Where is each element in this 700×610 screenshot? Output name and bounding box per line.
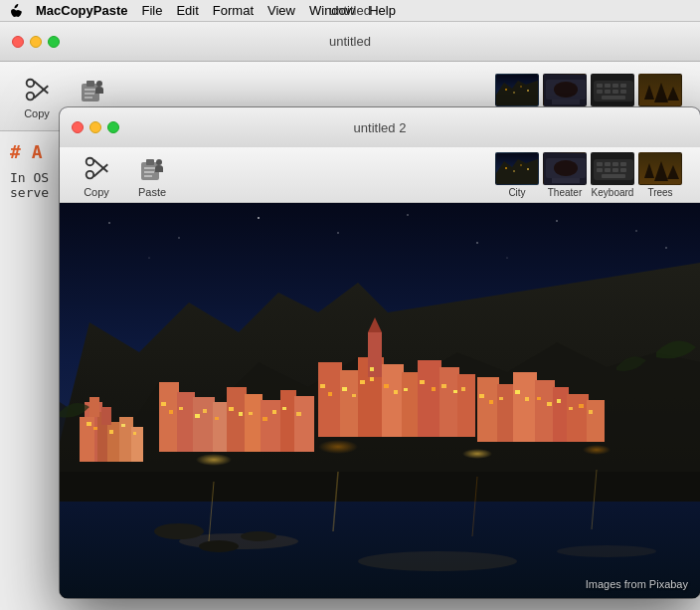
zoom-button-w2[interactable]: [107, 121, 119, 133]
svg-rect-135: [249, 412, 253, 415]
thumb-trees-w2[interactable]: Trees: [638, 152, 682, 198]
window2-titlebar: untitled 2: [60, 107, 700, 147]
apple-menu[interactable]: [8, 4, 22, 18]
app-name-menu[interactable]: MacCopyPaste: [36, 3, 127, 18]
svg-rect-96: [159, 382, 179, 452]
minimize-button-w1[interactable]: [30, 36, 42, 48]
copy-button-w2[interactable]: Copy: [70, 148, 123, 202]
svg-rect-40: [146, 159, 154, 165]
svg-rect-24: [612, 84, 618, 88]
help-menu[interactable]: Help: [369, 3, 396, 18]
svg-point-35: [87, 157, 94, 165]
svg-rect-163: [569, 407, 573, 410]
svg-point-72: [178, 237, 179, 238]
thumb-label-keyboard-w2: Keyboard: [592, 187, 634, 198]
thumb-theater-w2[interactable]: Theater: [543, 152, 587, 198]
svg-point-173: [241, 531, 276, 541]
svg-rect-121: [587, 400, 605, 442]
svg-rect-60: [620, 162, 626, 166]
svg-rect-129: [179, 407, 183, 410]
svg-rect-120: [567, 394, 589, 442]
scissors-icon-w2: [81, 152, 112, 184]
copy-button-w1[interactable]: Copy: [10, 70, 64, 123]
svg-rect-100: [227, 387, 247, 452]
svg-rect-62: [605, 168, 611, 172]
svg-rect-22: [597, 84, 603, 88]
paste-icon-w1: [77, 74, 108, 105]
svg-rect-94: [89, 397, 99, 417]
close-button-w1[interactable]: [12, 36, 24, 48]
svg-point-168: [462, 449, 492, 459]
view-menu[interactable]: View: [267, 3, 295, 18]
svg-rect-112: [457, 374, 475, 437]
photo-area: Images from Pixabay: [60, 203, 700, 598]
svg-rect-27: [605, 90, 611, 94]
svg-rect-153: [453, 390, 457, 393]
svg-point-9: [96, 81, 102, 87]
svg-rect-127: [161, 402, 166, 406]
svg-rect-26: [597, 90, 603, 94]
svg-rect-116: [497, 384, 515, 442]
paste-label-w2: Paste: [138, 186, 166, 198]
thumb-img-theater-w2: [543, 152, 587, 185]
svg-rect-108: [382, 364, 404, 437]
svg-point-76: [476, 242, 478, 244]
svg-rect-19: [552, 100, 580, 104]
svg-rect-146: [370, 377, 374, 381]
window2-controls: [72, 121, 119, 133]
photo-credit: Images from Pixabay: [586, 578, 688, 590]
svg-rect-134: [239, 412, 243, 416]
svg-rect-158: [515, 390, 520, 394]
zoom-button-w1[interactable]: [48, 36, 60, 48]
svg-rect-136: [262, 417, 267, 421]
thumb-img-theater-w1: [543, 74, 587, 106]
svg-rect-137: [272, 410, 276, 414]
svg-rect-8: [85, 97, 92, 99]
thumb-img-keyboard-w1: [591, 74, 634, 106]
scissors-icon: [21, 74, 53, 105]
close-button-w2[interactable]: [72, 121, 84, 133]
svg-rect-29: [620, 90, 626, 94]
svg-rect-157: [499, 397, 503, 400]
svg-rect-140: [320, 384, 325, 388]
svg-rect-132: [215, 417, 219, 420]
svg-rect-159: [525, 397, 529, 401]
svg-rect-143: [352, 394, 356, 397]
svg-point-1: [27, 92, 35, 100]
svg-point-15: [527, 90, 529, 92]
svg-rect-25: [620, 84, 626, 88]
svg-rect-144: [360, 380, 365, 384]
svg-rect-142: [342, 387, 347, 391]
svg-rect-65: [602, 174, 625, 178]
svg-rect-28: [612, 90, 618, 94]
svg-point-53: [554, 160, 578, 176]
svg-point-0: [27, 79, 35, 87]
svg-rect-126: [133, 432, 136, 435]
svg-point-169: [583, 445, 611, 455]
file-menu[interactable]: File: [141, 3, 162, 18]
svg-rect-115: [477, 377, 499, 442]
svg-rect-154: [461, 387, 465, 391]
svg-rect-102: [261, 400, 282, 452]
svg-rect-155: [479, 394, 484, 398]
svg-point-75: [407, 214, 408, 215]
svg-point-36: [87, 170, 94, 178]
edit-menu[interactable]: Edit: [176, 3, 198, 18]
svg-point-47: [505, 167, 507, 169]
svg-rect-41: [144, 167, 156, 169]
svg-point-167: [318, 440, 358, 454]
svg-point-166: [196, 454, 232, 466]
thumb-keyboard-w2[interactable]: Keyboard: [591, 152, 634, 198]
svg-rect-123: [93, 427, 97, 430]
svg-rect-105: [318, 362, 342, 437]
svg-rect-57: [597, 162, 603, 166]
svg-rect-95: [101, 407, 111, 425]
format-menu[interactable]: Format: [213, 3, 254, 18]
paste-button-w2[interactable]: Paste: [125, 148, 179, 202]
minimize-button-w2[interactable]: [89, 121, 101, 133]
svg-point-81: [665, 247, 667, 249]
thumb-label-city-w2: City: [508, 187, 525, 198]
window2-toolbar: Copy Paste: [60, 147, 700, 203]
thumb-city-w2[interactable]: City: [495, 152, 539, 198]
svg-point-18: [554, 82, 578, 98]
